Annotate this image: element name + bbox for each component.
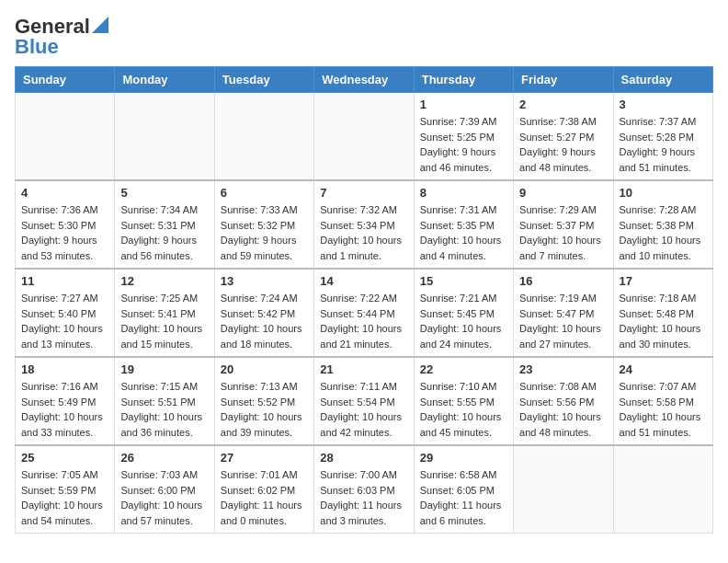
calendar-cell: [214, 93, 313, 181]
calendar-cell: 16Sunrise: 7:19 AM Sunset: 5:47 PM Dayli…: [514, 269, 613, 357]
calendar-cell: 18Sunrise: 7:16 AM Sunset: 5:49 PM Dayli…: [16, 357, 115, 445]
day-number: 2: [519, 98, 607, 111]
day-info: Sunrise: 7:28 AM Sunset: 5:38 PM Dayligh…: [620, 202, 707, 263]
day-number: 6: [221, 186, 308, 200]
calendar-cell: 1Sunrise: 7:39 AM Sunset: 5:25 PM Daylig…: [414, 93, 513, 181]
day-number: 1: [420, 98, 507, 111]
day-number: 9: [519, 186, 607, 200]
day-info: Sunrise: 7:33 AM Sunset: 5:32 PM Dayligh…: [221, 202, 308, 263]
calendar-cell: 24Sunrise: 7:07 AM Sunset: 5:58 PM Dayli…: [613, 357, 712, 445]
calendar-cell: 22Sunrise: 7:10 AM Sunset: 5:55 PM Dayli…: [414, 357, 513, 445]
day-info: Sunrise: 7:22 AM Sunset: 5:44 PM Dayligh…: [320, 291, 407, 351]
calendar-week-row: 11Sunrise: 7:27 AM Sunset: 5:40 PM Dayli…: [16, 269, 713, 357]
calendar-cell: 28Sunrise: 7:00 AM Sunset: 6:03 PM Dayli…: [314, 445, 414, 534]
logo: General Blue: [15, 15, 108, 59]
day-number: 5: [120, 186, 208, 200]
calendar-cell: 2Sunrise: 7:38 AM Sunset: 5:27 PM Daylig…: [514, 93, 613, 181]
calendar-week-row: 4Sunrise: 7:36 AM Sunset: 5:30 PM Daylig…: [16, 180, 713, 269]
day-number: 21: [320, 362, 407, 376]
calendar-week-row: 1Sunrise: 7:39 AM Sunset: 5:25 PM Daylig…: [16, 93, 713, 181]
day-number: 13: [221, 274, 308, 288]
day-info: Sunrise: 7:36 AM Sunset: 5:30 PM Dayligh…: [21, 202, 108, 263]
calendar-cell: 14Sunrise: 7:22 AM Sunset: 5:44 PM Dayli…: [314, 269, 414, 357]
calendar-header-row: SundayMondayTuesdayWednesdayThursdayFrid…: [16, 67, 713, 93]
calendar-table: SundayMondayTuesdayWednesdayThursdayFrid…: [15, 66, 713, 534]
day-info: Sunrise: 7:34 AM Sunset: 5:31 PM Dayligh…: [120, 202, 208, 263]
day-number: 20: [221, 362, 308, 376]
day-number: 29: [420, 451, 507, 465]
day-info: Sunrise: 7:29 AM Sunset: 5:37 PM Dayligh…: [519, 202, 607, 263]
calendar-cell: 21Sunrise: 7:11 AM Sunset: 5:54 PM Dayli…: [314, 357, 414, 445]
day-number: 26: [120, 451, 208, 465]
calendar-cell: 19Sunrise: 7:15 AM Sunset: 5:51 PM Dayli…: [115, 357, 214, 445]
calendar-cell: 5Sunrise: 7:34 AM Sunset: 5:31 PM Daylig…: [115, 180, 214, 269]
calendar-cell: 29Sunrise: 6:58 AM Sunset: 6:05 PM Dayli…: [414, 445, 513, 534]
calendar-cell: 7Sunrise: 7:32 AM Sunset: 5:34 PM Daylig…: [314, 180, 414, 269]
calendar-cell: [115, 93, 214, 181]
day-number: 8: [420, 186, 507, 200]
day-number: 18: [21, 362, 108, 376]
calendar-cell: 27Sunrise: 7:01 AM Sunset: 6:02 PM Dayli…: [214, 445, 313, 534]
day-number: 11: [21, 274, 108, 288]
svg-marker-0: [92, 17, 108, 33]
day-info: Sunrise: 7:00 AM Sunset: 6:03 PM Dayligh…: [320, 467, 407, 528]
calendar-cell: 9Sunrise: 7:29 AM Sunset: 5:37 PM Daylig…: [514, 180, 613, 269]
day-info: Sunrise: 7:19 AM Sunset: 5:47 PM Dayligh…: [519, 291, 607, 351]
calendar-cell: [16, 93, 115, 181]
day-number: 10: [620, 186, 707, 200]
day-info: Sunrise: 7:08 AM Sunset: 5:56 PM Dayligh…: [519, 379, 607, 440]
calendar-header-wednesday: Wednesday: [314, 67, 414, 93]
calendar-header-thursday: Thursday: [414, 67, 513, 93]
day-info: Sunrise: 7:07 AM Sunset: 5:58 PM Dayligh…: [620, 379, 707, 440]
day-number: 17: [620, 274, 707, 288]
day-info: Sunrise: 7:16 AM Sunset: 5:49 PM Dayligh…: [21, 379, 108, 440]
logo-icon: [92, 17, 108, 33]
day-number: 12: [120, 274, 208, 288]
day-number: 3: [620, 98, 707, 111]
day-number: 15: [420, 274, 507, 288]
calendar-cell: 20Sunrise: 7:13 AM Sunset: 5:52 PM Dayli…: [214, 357, 313, 445]
calendar-cell: 12Sunrise: 7:25 AM Sunset: 5:41 PM Dayli…: [115, 269, 214, 357]
calendar-cell: 11Sunrise: 7:27 AM Sunset: 5:40 PM Dayli…: [16, 269, 115, 357]
calendar-week-row: 25Sunrise: 7:05 AM Sunset: 5:59 PM Dayli…: [16, 445, 713, 534]
day-number: 28: [320, 451, 407, 465]
day-info: Sunrise: 7:05 AM Sunset: 5:59 PM Dayligh…: [21, 467, 108, 528]
day-number: 23: [519, 362, 607, 376]
day-info: Sunrise: 7:25 AM Sunset: 5:41 PM Dayligh…: [120, 291, 208, 351]
calendar-cell: 17Sunrise: 7:18 AM Sunset: 5:48 PM Dayli…: [613, 269, 712, 357]
day-number: 4: [21, 186, 108, 200]
calendar-header-sunday: Sunday: [16, 67, 115, 93]
calendar-cell: 4Sunrise: 7:36 AM Sunset: 5:30 PM Daylig…: [16, 180, 115, 269]
day-number: 16: [519, 274, 607, 288]
day-number: 24: [620, 362, 707, 376]
day-number: 27: [221, 451, 308, 465]
day-info: Sunrise: 7:24 AM Sunset: 5:42 PM Dayligh…: [221, 291, 308, 351]
day-number: 7: [320, 186, 407, 200]
day-info: Sunrise: 7:18 AM Sunset: 5:48 PM Dayligh…: [620, 291, 707, 351]
calendar-header-friday: Friday: [514, 67, 613, 93]
day-info: Sunrise: 7:38 AM Sunset: 5:27 PM Dayligh…: [519, 114, 607, 175]
calendar-cell: 6Sunrise: 7:33 AM Sunset: 5:32 PM Daylig…: [214, 180, 313, 269]
day-info: Sunrise: 7:31 AM Sunset: 5:35 PM Dayligh…: [420, 202, 507, 263]
day-number: 14: [320, 274, 407, 288]
day-info: Sunrise: 7:10 AM Sunset: 5:55 PM Dayligh…: [420, 379, 507, 440]
day-info: Sunrise: 7:27 AM Sunset: 5:40 PM Dayligh…: [21, 291, 108, 351]
calendar-week-row: 18Sunrise: 7:16 AM Sunset: 5:49 PM Dayli…: [16, 357, 713, 445]
day-info: Sunrise: 7:03 AM Sunset: 6:00 PM Dayligh…: [120, 467, 208, 528]
day-info: Sunrise: 7:37 AM Sunset: 5:28 PM Dayligh…: [620, 114, 707, 175]
calendar-cell: [314, 93, 414, 181]
calendar-cell: 25Sunrise: 7:05 AM Sunset: 5:59 PM Dayli…: [16, 445, 115, 534]
logo-general: General: [15, 15, 90, 39]
day-info: Sunrise: 7:32 AM Sunset: 5:34 PM Dayligh…: [320, 202, 407, 263]
day-info: Sunrise: 7:21 AM Sunset: 5:45 PM Dayligh…: [420, 291, 507, 351]
calendar-cell: 10Sunrise: 7:28 AM Sunset: 5:38 PM Dayli…: [613, 180, 712, 269]
calendar-cell: 26Sunrise: 7:03 AM Sunset: 6:00 PM Dayli…: [115, 445, 214, 534]
page-header: General Blue: [15, 15, 713, 59]
calendar-cell: [514, 445, 613, 534]
calendar-header-saturday: Saturday: [613, 67, 712, 93]
day-number: 22: [420, 362, 507, 376]
calendar-cell: 3Sunrise: 7:37 AM Sunset: 5:28 PM Daylig…: [613, 93, 712, 181]
calendar-header-tuesday: Tuesday: [214, 67, 313, 93]
day-info: Sunrise: 7:39 AM Sunset: 5:25 PM Dayligh…: [420, 114, 507, 175]
calendar-cell: 8Sunrise: 7:31 AM Sunset: 5:35 PM Daylig…: [414, 180, 513, 269]
